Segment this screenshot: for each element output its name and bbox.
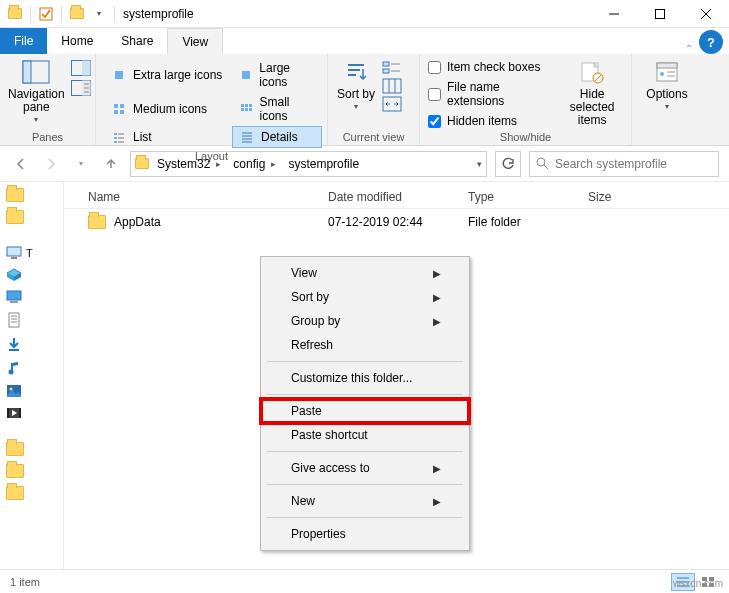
address-dropdown-icon[interactable]: ▾ (477, 159, 482, 169)
preview-pane-icon[interactable] (71, 60, 91, 76)
pictures-icon (6, 384, 22, 398)
chevron-right-icon[interactable]: ▸ (216, 159, 221, 169)
details-pane-icon[interactable] (71, 80, 91, 96)
tab-home[interactable]: Home (47, 28, 107, 54)
svg-line-54 (544, 165, 548, 169)
svg-rect-30 (114, 141, 117, 143)
folder-icon (6, 464, 24, 478)
chevron-right-icon: ▶ (433, 316, 441, 327)
separator (267, 484, 463, 485)
help-button[interactable]: ? (699, 30, 723, 54)
hidden-items-toggle[interactable]: Hidden items (428, 114, 555, 128)
col-date[interactable]: Date modified (328, 190, 468, 204)
svg-rect-40 (383, 69, 389, 73)
chevron-down-icon: ▾ (354, 103, 358, 112)
separator (267, 361, 463, 362)
layout-list[interactable]: List (104, 126, 232, 148)
group-by-icon[interactable] (382, 60, 402, 76)
svg-rect-61 (10, 301, 18, 303)
minimize-button[interactable] (591, 0, 637, 28)
ctx-give-access[interactable]: Give access to▶ (261, 456, 469, 480)
svg-rect-43 (383, 79, 401, 93)
svg-point-69 (10, 388, 13, 391)
svg-rect-56 (11, 257, 17, 259)
col-name[interactable]: Name (88, 190, 328, 204)
navigation-pane-label: Navigation pane (8, 88, 65, 114)
folder-icon (135, 158, 149, 169)
maximize-button[interactable] (637, 0, 683, 28)
add-columns-icon[interactable] (382, 78, 402, 94)
svg-rect-8 (82, 61, 91, 76)
ctx-sort-by[interactable]: Sort by▶ (261, 285, 469, 309)
column-headers[interactable]: Name Date modified Type Size (64, 182, 729, 209)
object3d-icon (6, 268, 22, 282)
svg-rect-16 (114, 104, 118, 108)
layout-small[interactable]: Small icons (232, 92, 322, 126)
item-checkboxes-toggle[interactable]: Item check boxes (428, 60, 555, 74)
ctx-new[interactable]: New▶ (261, 489, 469, 513)
back-button[interactable] (10, 153, 32, 175)
sort-by-button[interactable]: Sort by ▾ (336, 58, 376, 112)
this-pc-icon (6, 246, 22, 260)
chevron-right-icon: ▶ (433, 496, 441, 507)
svg-point-53 (537, 158, 545, 166)
ctx-group-by[interactable]: Group by▶ (261, 309, 469, 333)
qat-dropdown-icon[interactable]: ▾ (90, 5, 108, 23)
chevron-right-icon[interactable]: ▸ (271, 159, 276, 169)
chevron-down-icon: ▾ (665, 103, 669, 112)
address-bar[interactable]: System32▸ config▸ systemprofile ▾ (130, 151, 487, 177)
showhide-group-label: Show/hide (428, 129, 623, 143)
separator (267, 517, 463, 518)
folder-icon (6, 210, 24, 224)
titlebar: ▾ systemprofile (0, 0, 729, 28)
svg-rect-15 (242, 71, 250, 79)
layout-large[interactable]: Large icons (232, 58, 322, 92)
ctx-properties[interactable]: Properties (261, 522, 469, 546)
breadcrumb: systemprofile (284, 157, 363, 171)
ctx-refresh[interactable]: Refresh (261, 333, 469, 357)
svg-rect-14 (115, 71, 123, 79)
svg-rect-20 (241, 104, 244, 107)
ctx-view[interactable]: View▶ (261, 261, 469, 285)
svg-rect-21 (245, 104, 248, 107)
qat-checkbox-icon[interactable] (37, 5, 55, 23)
file-extensions-toggle[interactable]: File name extensions (428, 80, 555, 108)
search-icon (536, 157, 549, 170)
search-input[interactable]: Search systemprofile (529, 151, 719, 177)
tab-share[interactable]: Share (107, 28, 167, 54)
close-button[interactable] (683, 0, 729, 28)
status-bar: 1 item (0, 569, 729, 593)
history-dropdown[interactable]: ▾ (70, 153, 92, 175)
svg-rect-60 (7, 291, 21, 300)
svg-rect-71 (7, 408, 9, 418)
ctx-paste[interactable]: Paste (261, 399, 469, 423)
documents-icon (6, 312, 22, 328)
refresh-button[interactable] (495, 151, 521, 177)
ctx-customize[interactable]: Customize this folder... (261, 366, 469, 390)
ribbon: Navigation pane ▾ Panes Extra large icon… (0, 54, 729, 146)
table-row[interactable]: AppData 07-12-2019 02:44 File folder (64, 209, 729, 235)
size-columns-icon[interactable] (382, 96, 402, 112)
nav-tree[interactable]: T (0, 182, 64, 569)
collapse-ribbon-icon[interactable]: ⌃ (685, 43, 693, 54)
navigation-pane-button[interactable]: Navigation pane ▾ (8, 58, 65, 125)
item-count: 1 item (10, 576, 40, 588)
options-button[interactable]: Options ▾ (640, 58, 694, 112)
breadcrumb: System32▸ (153, 157, 225, 171)
tab-file[interactable]: File (0, 28, 47, 54)
layout-extra-large[interactable]: Extra large icons (104, 58, 232, 92)
ctx-paste-shortcut[interactable]: Paste shortcut (261, 423, 469, 447)
layout-medium[interactable]: Medium icons (104, 92, 232, 126)
col-type[interactable]: Type (468, 190, 588, 204)
folder-icon (6, 188, 24, 202)
current-view-group-label: Current view (336, 129, 411, 143)
col-size[interactable]: Size (588, 190, 705, 204)
forward-button[interactable] (40, 153, 62, 175)
layout-details[interactable]: Details (232, 126, 322, 148)
svg-rect-72 (19, 408, 21, 418)
up-button[interactable] (100, 153, 122, 175)
tab-view[interactable]: View (167, 28, 223, 54)
hide-selected-button[interactable]: Hide selected items (561, 58, 623, 128)
explorer-folder-icon (68, 5, 86, 23)
svg-rect-18 (114, 110, 118, 114)
